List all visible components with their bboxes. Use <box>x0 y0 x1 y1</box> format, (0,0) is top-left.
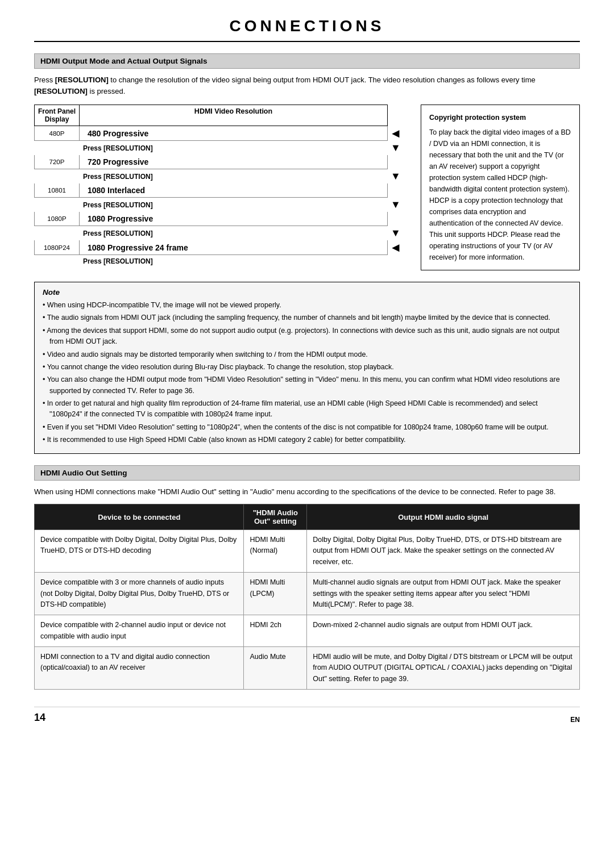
press-row-3: Press [RESOLUTION] ▼ <box>34 199 404 211</box>
audio-device-1: Device compatible with 3 or more channel… <box>35 573 244 615</box>
press-label-5: Press [RESOLUTION] <box>80 256 388 266</box>
audio-setting-1: HDMI Multi (LPCM) <box>244 573 307 615</box>
press-row-4: Press [RESOLUTION] ▼ <box>34 227 404 239</box>
diagram-row-3: 1080P 1080 Progressive <box>34 212 404 226</box>
audio-row-2: Device compatible with 2-channel audio i… <box>35 615 580 647</box>
page-number: 14 <box>34 712 45 724</box>
press-arrow-3: ▼ <box>388 199 404 211</box>
section2-intro: When using HDMI connections make "HDMI A… <box>34 486 580 498</box>
col1-header: Front Panel Display <box>34 105 80 126</box>
arrow-1080i <box>388 183 404 198</box>
note-item-6: In order to get natural and high quality… <box>43 398 571 420</box>
audio-row-3: HDMI connection to a TV and digital audi… <box>35 647 580 690</box>
diagram-row-1: 720P 720 Progressive <box>34 155 404 169</box>
note-box: Note When using HDCP-incompatible TV, th… <box>34 282 580 454</box>
copyright-text: To play back the digital video images of… <box>429 127 571 263</box>
arrow-1080p24: ◄ <box>388 240 404 255</box>
audio-col2-header: "HDMI Audio Out" setting <box>244 504 307 530</box>
audio-col3-header: Output HDMI audio signal <box>307 504 580 530</box>
audio-device-0: Device compatible with Dolby Digital, Do… <box>35 530 244 573</box>
audio-row-0: Device compatible with Dolby Digital, Do… <box>35 530 580 573</box>
note-item-1: The audio signals from HDMI OUT jack (in… <box>43 312 571 323</box>
section1-header: HDMI Output Mode and Actual Output Signa… <box>34 53 580 69</box>
audio-output-1: Multi-channel audio signals are output f… <box>307 573 580 615</box>
diagram-row-0: 480P 480 Progressive ◄ <box>34 126 404 141</box>
audio-output-2: Down-mixed 2-channel audio signals are o… <box>307 615 580 647</box>
audio-col1-header: Device to be connected <box>35 504 244 530</box>
note-item-7: Even if you set "HDMI Video Resolution" … <box>43 422 571 433</box>
press-arrow-1: ▼ <box>388 142 404 154</box>
audio-section: HDMI Audio Out Setting When using HDMI c… <box>34 465 580 690</box>
arrow-720 <box>388 155 404 169</box>
diagram-row-2: 10801 1080 Interlaced <box>34 183 404 198</box>
press-label-1: Press [RESOLUTION] <box>80 142 388 154</box>
page-footer: 14 EN <box>34 707 580 724</box>
note-item-8: It is recommended to use High Speed HDMI… <box>43 435 571 445</box>
copyright-box: Copyright protection system To play back… <box>421 105 580 270</box>
section1-intro: Press [RESOLUTION] to change the resolut… <box>34 74 580 97</box>
section2-header: HDMI Audio Out Setting <box>34 465 580 481</box>
tag-1080p: 1080P <box>34 212 80 226</box>
press-arrow-5 <box>388 256 404 266</box>
press-row-2: Press [RESOLUTION] ▼ <box>34 170 404 182</box>
audio-setting-3: Audio Mute <box>244 647 307 690</box>
press-arrow-4: ▼ <box>388 227 404 239</box>
diagram-row-4: 1080P24 1080 Progressive 24 frame ◄ <box>34 240 404 255</box>
press-arrow-2: ▼ <box>388 170 404 182</box>
tag-720p: 720P <box>34 155 80 169</box>
tag-1080i: 10801 <box>34 183 80 198</box>
tag-480p: 480P <box>34 126 80 141</box>
audio-output-3: HDMI audio will be mute, and Dolby Digit… <box>307 647 580 690</box>
press-row-1: Press [RESOLUTION] ▼ <box>34 142 404 154</box>
audio-setting-2: HDMI 2ch <box>244 615 307 647</box>
press-label-3: Press [RESOLUTION] <box>80 199 388 211</box>
note-item-3: Video and audio signals may be distorted… <box>43 349 571 360</box>
tag-1080p24: 1080P24 <box>34 240 80 255</box>
press-label-4: Press [RESOLUTION] <box>80 227 388 239</box>
audio-device-3: HDMI connection to a TV and digital audi… <box>35 647 244 690</box>
diagram-copyright-row: Front Panel Display HDMI Video Resolutio… <box>34 105 580 270</box>
press-row-5: Press [RESOLUTION] <box>34 256 404 266</box>
resolution-1080p: 1080 Progressive <box>80 212 388 226</box>
lang-label: EN <box>570 716 580 724</box>
resolution-1080p24: 1080 Progressive 24 frame <box>80 240 388 255</box>
audio-device-2: Device compatible with 2-channel audio i… <box>35 615 244 647</box>
note-list: When using HDCP-incompatible TV, the ima… <box>43 300 571 446</box>
note-item-4: You cannot change the video resolution d… <box>43 362 571 373</box>
note-item-5: You can also change the HDMI output mode… <box>43 374 571 397</box>
diagram-headers: Front Panel Display HDMI Video Resolutio… <box>34 105 404 126</box>
resolution-diagram: Front Panel Display HDMI Video Resolutio… <box>34 105 404 266</box>
audio-setting-0: HDMI Multi (Normal) <box>244 530 307 573</box>
press-label-2: Press [RESOLUTION] <box>80 170 388 182</box>
audio-table: Device to be connected "HDMI Audio Out" … <box>34 504 580 690</box>
note-item-2: Among the devices that support HDMI, som… <box>43 326 571 348</box>
note-title: Note <box>43 288 571 297</box>
resolution-1080i: 1080 Interlaced <box>80 183 388 198</box>
audio-output-0: Dolby Digital, Dolby Digital Plus, Dolby… <box>307 530 580 573</box>
resolution-480: 480 Progressive <box>80 126 388 141</box>
col2-header: HDMI Video Resolution <box>80 105 388 126</box>
arrow-480: ◄ <box>388 126 404 141</box>
resolution-720: 720 Progressive <box>80 155 388 169</box>
diagram-area: Front Panel Display HDMI Video Resolutio… <box>34 105 404 270</box>
audio-row-1: Device compatible with 3 or more channel… <box>35 573 580 615</box>
note-item-0: When using HDCP-incompatible TV, the ima… <box>43 300 571 311</box>
copyright-title: Copyright protection system <box>429 112 571 123</box>
arrow-1080p <box>388 212 404 226</box>
page-title: CONNECTIONS <box>34 17 580 42</box>
